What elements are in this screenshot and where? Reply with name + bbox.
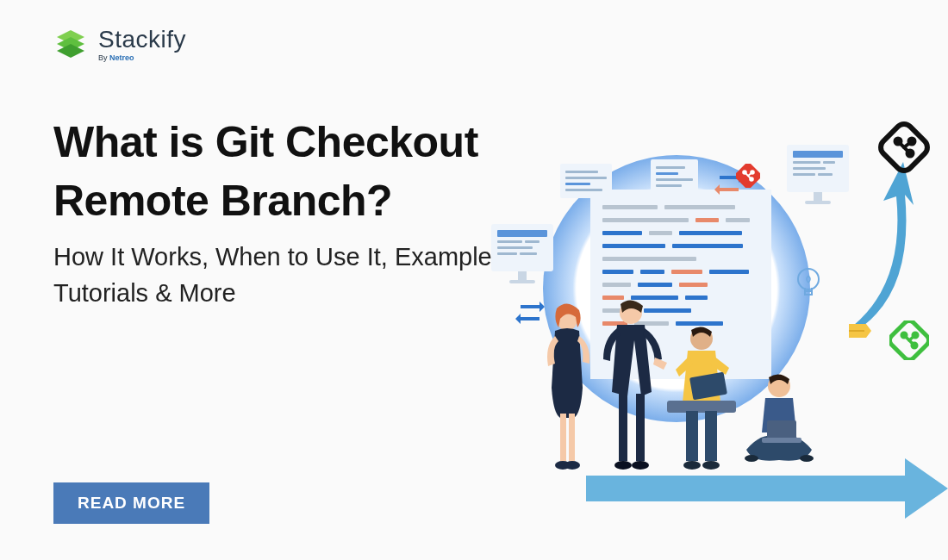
svg-rect-40	[762, 438, 801, 443]
svg-rect-22	[560, 414, 566, 461]
svg-point-35	[683, 461, 701, 470]
svg-point-12	[750, 177, 753, 181]
svg-point-25	[564, 461, 580, 470]
svg-point-17	[901, 333, 907, 338]
svg-point-6	[907, 151, 914, 157]
monitor-icon	[787, 145, 849, 204]
svg-point-5	[895, 139, 901, 145]
svg-rect-27	[619, 394, 627, 461]
svg-rect-39	[767, 420, 796, 439]
person-icon	[736, 370, 822, 474]
stackify-logo-icon	[53, 27, 88, 61]
page-title: What is Git Checkout Remote Branch?	[53, 114, 536, 230]
small-doc-icon	[651, 159, 698, 194]
git-icon	[889, 320, 929, 360]
monitor-icon	[491, 224, 553, 283]
brand-text: Stackify By Netreo	[98, 26, 186, 62]
svg-rect-23	[569, 414, 575, 461]
git-icon	[877, 121, 931, 174]
brand-byline: By Netreo	[98, 53, 186, 62]
small-doc-icon	[560, 164, 612, 198]
brand-logo: Stackify By Netreo	[53, 26, 186, 62]
svg-point-42	[800, 455, 814, 462]
svg-rect-34	[705, 411, 717, 461]
hero-text: What is Git Checkout Remote Branch? How …	[53, 114, 536, 311]
person-icon	[600, 297, 667, 474]
svg-rect-33	[686, 411, 698, 461]
hero-illustration	[491, 121, 948, 534]
git-icon	[736, 164, 760, 188]
brand-name: Stackify	[98, 26, 186, 53]
svg-point-36	[702, 461, 720, 470]
svg-point-11	[743, 171, 746, 174]
svg-point-8	[909, 139, 915, 145]
team-illustration	[530, 284, 832, 474]
svg-rect-32	[667, 401, 736, 413]
svg-point-20	[913, 333, 918, 338]
svg-point-14	[751, 171, 754, 174]
tag-icon	[847, 320, 873, 341]
svg-point-29	[614, 461, 632, 470]
svg-rect-28	[636, 394, 645, 461]
page-subtitle: How It Works, When to Use It, Examples, …	[53, 239, 536, 311]
person-icon	[539, 302, 600, 474]
svg-point-30	[632, 461, 649, 470]
svg-point-18	[912, 343, 917, 348]
svg-point-41	[745, 455, 758, 462]
read-more-button[interactable]: READ MORE	[53, 482, 209, 524]
person-icon	[667, 323, 745, 474]
